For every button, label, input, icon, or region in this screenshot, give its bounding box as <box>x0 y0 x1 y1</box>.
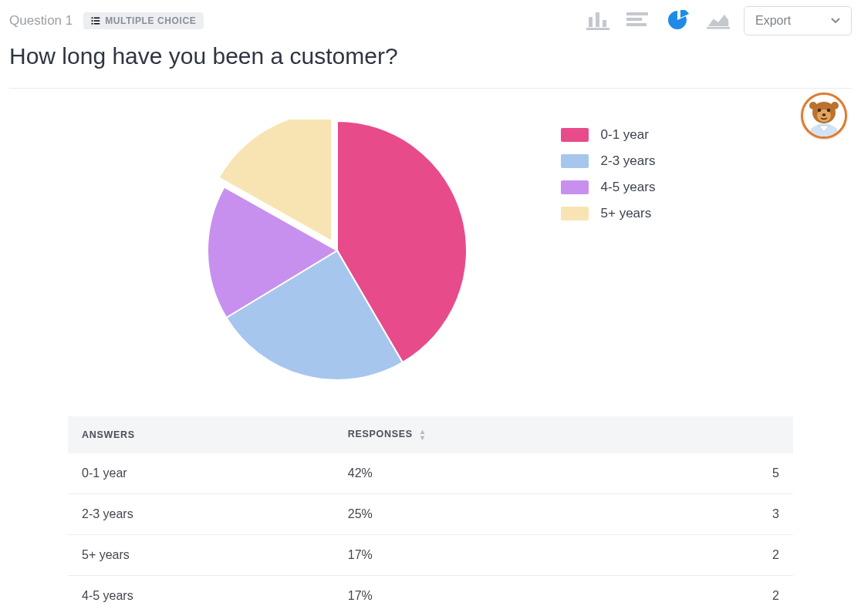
sort-icon: ▴▾ <box>420 429 425 441</box>
legend-item[interactable]: 5+ years <box>561 206 656 221</box>
help-mascot-button[interactable] <box>801 93 847 139</box>
question-number: Question 1 <box>9 13 73 29</box>
svg-rect-9 <box>603 20 606 27</box>
cell-count: 2 <box>679 576 793 617</box>
cell-count: 2 <box>679 535 793 576</box>
legend-swatch <box>561 207 589 220</box>
col-count <box>679 416 793 453</box>
svg-rect-5 <box>94 23 100 25</box>
cell-pct: 17% <box>334 576 679 617</box>
svg-point-21 <box>822 113 826 116</box>
header-right: Export <box>586 6 852 35</box>
divider <box>9 88 852 89</box>
svg-rect-7 <box>589 17 593 27</box>
cell-answer: 5+ years <box>68 535 334 576</box>
svg-rect-12 <box>626 23 647 26</box>
svg-point-17 <box>831 102 839 109</box>
svg-rect-8 <box>596 12 599 27</box>
cell-answer: 0-1 year <box>68 453 334 494</box>
svg-rect-11 <box>626 18 642 21</box>
horizontal-bar-icon[interactable] <box>626 11 650 31</box>
legend-swatch <box>561 180 589 194</box>
question-type-badge: MULTIPLE CHOICE <box>83 12 204 29</box>
cell-answer: 2-3 years <box>68 494 334 535</box>
cell-pct: 42% <box>334 453 679 494</box>
bear-mascot-icon <box>803 95 845 136</box>
table-row: 2-3 years25%3 <box>68 494 793 535</box>
badge-text: MULTIPLE CHOICE <box>105 15 196 26</box>
export-button[interactable]: Export <box>744 6 852 35</box>
cell-count: 5 <box>679 453 793 494</box>
legend-label: 4-5 years <box>601 180 656 195</box>
export-label: Export <box>755 14 791 28</box>
svg-point-2 <box>92 20 93 22</box>
chart-legend: 0-1 year2-3 years4-5 years5+ years <box>561 127 656 221</box>
legend-item[interactable]: 4-5 years <box>561 180 656 195</box>
chevron-down-icon <box>831 18 840 24</box>
svg-point-4 <box>92 23 93 25</box>
results-table: ANSWERS RESPONSES ▴▾ 0-1 year42%52-3 yea… <box>68 416 793 616</box>
chart-area: 0-1 year2-3 years4-5 years5+ years <box>9 119 852 382</box>
area-chart-icon[interactable] <box>707 11 730 31</box>
svg-rect-1 <box>94 18 100 19</box>
legend-label: 5+ years <box>601 206 652 221</box>
question-title: How long have you been a customer? <box>9 43 852 69</box>
bar-chart-icon[interactable] <box>586 11 609 31</box>
table-row: 5+ years17%2 <box>68 535 793 576</box>
list-icon <box>91 16 100 25</box>
chart-type-toggle <box>586 11 730 31</box>
svg-rect-13 <box>707 27 730 29</box>
legend-swatch <box>561 154 589 168</box>
svg-rect-6 <box>586 28 609 30</box>
cell-pct: 25% <box>334 494 679 535</box>
svg-point-0 <box>92 17 93 19</box>
cell-count: 3 <box>679 494 793 535</box>
legend-label: 0-1 year <box>601 127 649 143</box>
svg-rect-10 <box>626 12 648 15</box>
cell-answer: 4-5 years <box>68 576 334 617</box>
legend-item[interactable]: 0-1 year <box>561 127 656 143</box>
col-responses[interactable]: RESPONSES ▴▾ <box>334 416 679 453</box>
svg-point-19 <box>818 109 821 112</box>
table-row: 4-5 years17%2 <box>68 576 793 617</box>
legend-item[interactable]: 2-3 years <box>561 153 656 169</box>
pie-chart-icon[interactable] <box>667 11 690 31</box>
col-answers[interactable]: ANSWERS <box>68 416 334 453</box>
question-header: Question 1 MULTIPLE CHOICE Export <box>9 6 852 35</box>
legend-swatch <box>561 128 589 142</box>
legend-label: 2-3 years <box>601 153 656 169</box>
cell-pct: 17% <box>334 535 679 576</box>
pie-chart <box>206 119 468 382</box>
svg-rect-3 <box>94 20 100 22</box>
svg-point-20 <box>827 109 830 112</box>
table-row: 0-1 year42%5 <box>68 453 793 494</box>
svg-point-16 <box>809 102 817 109</box>
header-left: Question 1 MULTIPLE CHOICE <box>9 12 204 29</box>
